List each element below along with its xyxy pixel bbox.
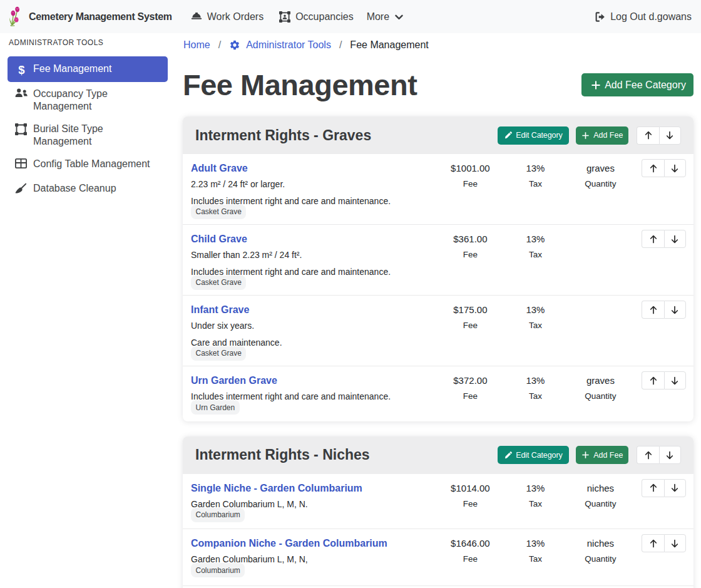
svg-text:$: $ bbox=[18, 63, 25, 76]
